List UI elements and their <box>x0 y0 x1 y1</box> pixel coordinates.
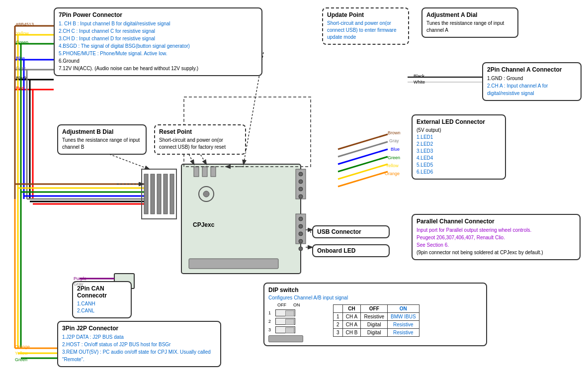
adj-b-desc: Tunes the resistance range of input chan… <box>62 137 142 151</box>
dip-num-1: 1 <box>268 310 275 315</box>
svg-line-27 <box>338 157 388 172</box>
can-line1: 1.CANH <box>77 301 95 306</box>
svg-point-43 <box>299 172 303 176</box>
svg-rect-42 <box>296 169 306 199</box>
dip-r2-on: Resistive <box>388 321 420 329</box>
ext-yellow: Yellow <box>386 163 399 168</box>
usb-connector-box: USB Connector <box>312 225 390 238</box>
twopin-a-line1: 1.GND : Ground <box>487 75 577 82</box>
dip-switch-box: DIP switch Configures Channel A/B input … <box>263 283 487 346</box>
sevenpin-line2: 2.CH C : Input channel C for resistive s… <box>59 28 155 34</box>
svg-point-49 <box>299 224 303 228</box>
parallel-box: Parallel Channel Connector Input port fo… <box>412 214 581 260</box>
j2p-line3: 3.REM OUT(5V) : PC audio on/off state fo… <box>62 349 211 362</box>
dip-r1-num: 1 <box>334 313 343 321</box>
dip-r1-off: Resistive <box>361 313 388 321</box>
twopin-a-title: 2Pin Channel A Connector <box>487 66 577 73</box>
wire-label-purple: Purple <box>74 276 86 281</box>
svg-rect-39 <box>194 167 199 177</box>
reset-point-box: Reset Point Short-circuit and power on(o… <box>154 124 246 155</box>
dip-row-2: 2 CH A Digital Resistive <box>334 321 420 329</box>
svg-rect-37 <box>170 174 174 214</box>
adj-b-box: Adjustment B Dial Tunes the resistance r… <box>57 124 147 155</box>
sevenpin-box: 7Pin Power Connector 1. CH B : Input cha… <box>54 7 262 76</box>
external-led-4: 4.LED4 <box>417 155 433 161</box>
wire-label-brown: #8B4513 <box>16 22 34 27</box>
j2p-line1: 1.J2P DATA : J2P BUS data <box>62 334 124 340</box>
dip-num-3: 3 <box>268 327 275 332</box>
twopin-a-box: 2Pin Channel A Connector 1.GND : Ground … <box>482 62 582 101</box>
onboard-led-label: Onboard LED <box>317 247 355 254</box>
dip-r1-on: BMW IBUS <box>388 313 420 321</box>
wire-label-green2: Green <box>15 357 27 362</box>
adj-a-title: Adjustment A Dial <box>426 11 513 18</box>
dip-r2-num: 2 <box>334 321 343 329</box>
svg-point-51 <box>299 239 303 243</box>
dip-on-label: ON <box>293 302 300 307</box>
parallel-line1: Input port for Parallel output steering … <box>417 227 531 233</box>
twopin-can-title: 2Pin CAN Connecotr <box>77 285 127 299</box>
dip-th-on: ON <box>388 305 420 313</box>
dip-table: CH OFF ON 1 CH A Resistive BMW IBUS 2 CH… <box>333 304 420 337</box>
svg-rect-32 <box>142 169 176 219</box>
svg-rect-35 <box>157 174 161 214</box>
threepin-j2p-box: 3Pin J2P Connector 1.J2P DATA : J2P BUS … <box>57 321 221 367</box>
dip-r1-ch: CH A <box>342 313 361 321</box>
update-point-title: Update Point <box>327 11 404 18</box>
parallel-line2: Peugeot 206,307,406,407, Renault Clio. <box>417 235 505 240</box>
external-led-subtitle: (5V output) <box>417 127 501 134</box>
dip-r2-off: Digital <box>361 321 388 329</box>
svg-rect-34 <box>151 174 155 214</box>
svg-point-52 <box>299 247 303 251</box>
wire-label-red: Red <box>16 86 24 91</box>
ext-green: Green <box>388 155 400 160</box>
svg-line-29 <box>338 172 388 187</box>
sevenpin-line4: 4.BSGD : The signal of digital BSG(butto… <box>59 43 190 49</box>
svg-rect-55 <box>189 259 278 269</box>
svg-point-48 <box>299 217 303 221</box>
ext-blue: Blue <box>391 147 400 152</box>
can-line2: 2.CANL <box>77 308 94 313</box>
wire-label-gray2: Gray <box>74 282 84 287</box>
wire-label-gray: Gray <box>16 66 26 71</box>
wire-label-green: Green <box>16 40 28 45</box>
update-point-desc: Short-circuit and power on(or connect US… <box>327 20 404 41</box>
dip-off-label: OFF <box>277 302 286 307</box>
wire-label-black2: Black <box>414 74 424 79</box>
svg-rect-41 <box>211 167 216 177</box>
ext-brown: Brown <box>388 130 401 135</box>
dip-r3-off: Digital <box>361 329 388 337</box>
external-led-box: External LED Connector (5V output) 1.LED… <box>412 114 506 180</box>
svg-point-44 <box>299 180 303 184</box>
twopin-a-line2: 2.CH A : Input channel A for digital/res… <box>487 83 548 96</box>
dip-switch-title: DIP switch <box>268 287 482 293</box>
svg-line-26 <box>338 149 388 164</box>
dip-th-ch: CH <box>342 305 361 313</box>
dip-r2-ch: CH A <box>342 321 361 329</box>
reset-point-desc: Short-circuit and power on(or connect US… <box>159 137 241 151</box>
svg-line-25 <box>338 142 388 157</box>
update-point-box: Update Point Short-circuit and power on(… <box>322 7 409 45</box>
ext-orange: Orange <box>385 171 400 176</box>
ext-gray: Gray <box>389 138 399 143</box>
dip-num-2: 2 <box>268 319 275 324</box>
parallel-line3: See Section 6. <box>417 242 449 248</box>
wire-label-white: White <box>414 80 425 85</box>
wiring-diagram: #8B4513 Yellow Green Blue Gray Black Red… <box>0 0 588 390</box>
twopin-can-box: 2Pin CAN Connecotr 1.CANH 2.CANL <box>72 281 132 318</box>
svg-line-24 <box>338 134 388 149</box>
j2p-line2: 2.HOST : On/off status of J2P BUS host f… <box>62 342 170 347</box>
dip-r3-on: Resistive <box>388 329 420 337</box>
wire-label-black: Black <box>16 76 27 81</box>
wire-label-yellow: Yellow <box>16 31 29 36</box>
dip-r3-ch: CH B <box>342 329 361 337</box>
sevenpin-line1: 1. CH B : Input channel B for digital/re… <box>59 21 170 26</box>
sevenpin-line6: 6.Ground <box>59 58 80 64</box>
svg-rect-36 <box>164 174 168 214</box>
svg-point-45 <box>299 187 303 191</box>
svg-rect-40 <box>202 167 207 177</box>
sevenpin-line5: 5.PHONE/MUTE : Phone/Mute signal. Active… <box>59 51 167 56</box>
adj-a-box: Adjustment A Dial Tunes the resistance r… <box>421 7 518 38</box>
external-led-3: 3.LED3 <box>417 148 433 154</box>
reset-point-title: Reset Point <box>159 128 241 135</box>
